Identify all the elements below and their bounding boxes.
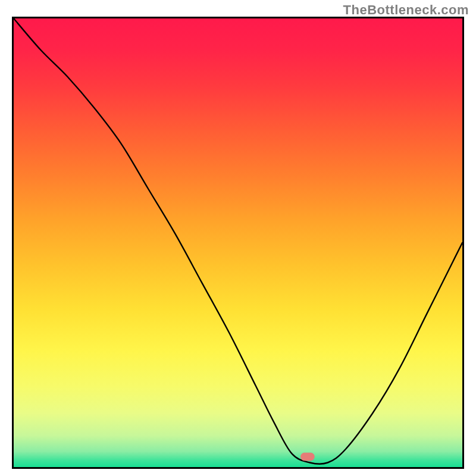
chart-container: TheBottleneck.com — [0, 0, 476, 476]
chart-svg — [14, 18, 462, 467]
plot-area — [12, 17, 464, 469]
gradient-background — [14, 18, 462, 467]
optimal-marker — [301, 453, 315, 461]
watermark-text: TheBottleneck.com — [343, 2, 469, 18]
